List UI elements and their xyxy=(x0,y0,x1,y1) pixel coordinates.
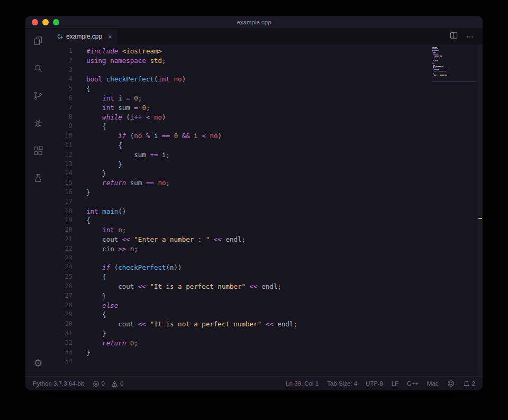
code-line[interactable]: 32 return 0; xyxy=(51,339,475,348)
problems-status[interactable]: 0 0 xyxy=(93,380,124,387)
line-number: 30 xyxy=(51,319,72,329)
line-number: 20 xyxy=(51,225,72,235)
line-number: 9 xyxy=(51,122,72,131)
line-number: 17 xyxy=(51,197,72,207)
code-line[interactable]: 3 xyxy=(51,66,475,75)
source-control-icon[interactable] xyxy=(32,90,44,102)
code-editor[interactable]: 1#include <iostream>2using namespace std… xyxy=(51,44,483,376)
editor-group: C+ example.cpp × ⋯ 1#include <iostream>2… xyxy=(51,29,483,376)
vscode-window: example.cpp xyxy=(25,16,483,390)
code-line[interactable]: 30 cout << "It is not a perfect number" … xyxy=(51,319,475,329)
line-number: 6 xyxy=(51,94,72,103)
debug-icon[interactable] xyxy=(32,117,44,129)
code-line[interactable]: 6 int i = 0; xyxy=(51,94,475,103)
code-line[interactable]: 26 cout << "It is a perfect number" << e… xyxy=(51,282,475,291)
code-line[interactable]: 25 { xyxy=(51,272,475,282)
desktop-background: example.cpp xyxy=(0,0,508,420)
language-mode-status[interactable]: C++ xyxy=(407,380,419,387)
minimap[interactable] xyxy=(432,47,476,82)
code-line[interactable]: 11 { xyxy=(51,141,475,150)
notification-count: 2 xyxy=(472,380,475,387)
tab-close-icon[interactable]: × xyxy=(106,33,112,41)
zoom-window-button[interactable] xyxy=(53,19,59,25)
code-line[interactable]: 20 int n; xyxy=(51,225,475,235)
status-bar: Python 3.7.3 64-bit 0 0 Ln 39, Col 1 Tab… xyxy=(25,376,483,390)
minimap-line xyxy=(432,78,476,79)
code-line[interactable]: 16} xyxy=(51,188,475,197)
warning-count: 0 xyxy=(120,380,123,387)
tab-size-status[interactable]: Tab Size: 4 xyxy=(327,380,357,387)
line-number: 12 xyxy=(51,150,72,160)
python-interpreter-status[interactable]: Python 3.7.3 64-bit xyxy=(33,380,84,387)
tab-bar: C+ example.cpp × ⋯ xyxy=(51,29,483,44)
warning-icon xyxy=(111,380,118,387)
extensions-icon[interactable] xyxy=(32,145,44,157)
code-line[interactable]: 15 return sum == no; xyxy=(51,178,475,188)
code-line[interactable]: 31 } xyxy=(51,329,475,339)
window-titlebar[interactable]: example.cpp xyxy=(25,16,483,29)
explorer-icon[interactable] xyxy=(32,35,44,47)
traffic-lights xyxy=(32,19,59,25)
code-line[interactable]: 17 xyxy=(51,197,475,207)
code-line[interactable]: 10 if (no % i == 0 && i < no) xyxy=(51,131,475,141)
code-line[interactable]: 9 { xyxy=(51,122,475,131)
code-line[interactable]: 22 cin >> n; xyxy=(51,244,475,254)
tab-example-cpp[interactable]: C+ example.cpp × xyxy=(51,29,118,44)
line-number: 8 xyxy=(51,113,72,122)
code-line[interactable]: 19{ xyxy=(51,216,475,225)
search-icon[interactable] xyxy=(32,62,44,74)
line-number: 27 xyxy=(51,291,72,301)
bell-icon xyxy=(463,380,470,387)
code-area: 1#include <iostream>2using namespace std… xyxy=(51,47,475,367)
cpp-file-icon: C+ xyxy=(57,34,62,40)
scrollbar-track[interactable] xyxy=(478,44,483,376)
code-line[interactable]: 18int main() xyxy=(51,207,475,216)
line-number: 26 xyxy=(51,282,72,291)
line-number: 18 xyxy=(51,207,72,216)
code-line[interactable]: 24 if (checkPerfect(n)) xyxy=(51,263,475,272)
line-number: 23 xyxy=(51,254,72,263)
code-line[interactable]: 33} xyxy=(51,348,475,358)
split-editor-icon[interactable] xyxy=(450,32,458,41)
code-line[interactable]: 28 else xyxy=(51,301,475,311)
code-line[interactable]: 5{ xyxy=(51,84,475,94)
keybinding-status[interactable]: Mac xyxy=(427,380,439,387)
line-number: 22 xyxy=(51,244,72,254)
more-actions-icon[interactable]: ⋯ xyxy=(466,32,474,41)
settings-gear-icon[interactable]: ⚙ xyxy=(32,357,44,369)
minimize-window-button[interactable] xyxy=(42,19,49,25)
code-line[interactable]: 34 xyxy=(51,357,475,367)
code-line[interactable]: 14 } xyxy=(51,169,475,178)
line-number: 7 xyxy=(51,103,72,113)
code-line[interactable]: 2using namespace std; xyxy=(51,56,475,66)
close-window-button[interactable] xyxy=(32,19,38,25)
encoding-status[interactable]: UTF-8 xyxy=(366,380,383,387)
eol-status[interactable]: LF xyxy=(392,380,398,387)
cursor-position-status[interactable]: Ln 39, Col 1 xyxy=(286,380,319,387)
overview-ruler-marker xyxy=(478,218,482,219)
code-line[interactable]: 1#include <iostream> xyxy=(51,47,475,56)
code-line[interactable]: 23 xyxy=(51,254,475,263)
code-line[interactable]: 7 int sum = 0; xyxy=(51,103,475,113)
code-line[interactable]: 8 while (i++ < no) xyxy=(51,113,475,122)
line-number: 34 xyxy=(51,357,72,367)
line-number: 24 xyxy=(51,263,72,272)
error-icon xyxy=(93,380,99,387)
code-line[interactable]: 12 sum += i; xyxy=(51,150,475,160)
feedback-smiley-icon[interactable] xyxy=(447,380,455,387)
line-number: 28 xyxy=(51,301,72,311)
tab-label: example.cpp xyxy=(66,33,102,40)
line-number: 32 xyxy=(51,339,72,348)
code-line[interactable]: 4bool checkPerfect(int no) xyxy=(51,75,475,84)
code-line[interactable]: 13 } xyxy=(51,160,475,169)
line-number: 15 xyxy=(51,178,72,188)
testing-flask-icon[interactable] xyxy=(32,172,44,184)
line-number: 16 xyxy=(51,188,72,197)
line-number: 3 xyxy=(51,66,72,75)
code-line[interactable]: 27 } xyxy=(51,291,475,301)
line-number: 19 xyxy=(51,216,72,225)
line-number: 10 xyxy=(51,131,72,141)
code-line[interactable]: 21 cout << "Enter a number : " << endl; xyxy=(51,235,475,244)
code-line[interactable]: 29 { xyxy=(51,310,475,319)
notifications-bell[interactable]: 2 xyxy=(463,380,475,387)
